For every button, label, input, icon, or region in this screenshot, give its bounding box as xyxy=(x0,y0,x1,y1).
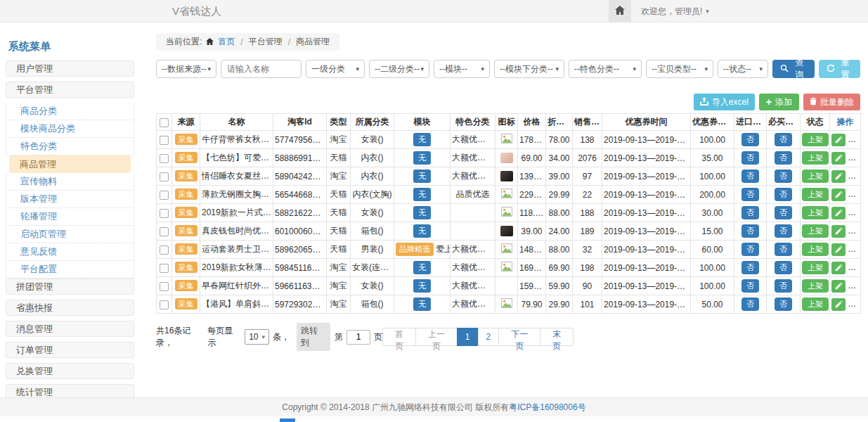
import-select-toggle[interactable]: 否 xyxy=(741,206,759,219)
status-button[interactable]: 上架 xyxy=(802,279,829,293)
module-subcategory-select[interactable]: --模块下分类--▾ xyxy=(494,60,564,78)
import-select-toggle[interactable]: 否 xyxy=(741,170,759,183)
sidebar-group-item-用户管理[interactable]: 用户管理 xyxy=(6,60,134,77)
import-excel-button[interactable]: 导入excel xyxy=(694,94,755,110)
import-select-toggle[interactable]: 否 xyxy=(741,133,759,146)
must-buy-toggle[interactable]: 否 xyxy=(775,206,792,219)
status-button[interactable]: 上架 xyxy=(802,298,829,311)
status-button[interactable]: 上架 xyxy=(802,170,829,183)
batch-delete-button[interactable]: 批量删除 xyxy=(803,94,860,110)
must-buy-toggle[interactable]: 否 xyxy=(775,133,792,146)
import-select-toggle[interactable]: 否 xyxy=(741,224,759,238)
must-buy-toggle[interactable]: 否 xyxy=(775,261,792,274)
row-checkbox[interactable] xyxy=(160,264,169,273)
row-checkbox[interactable] xyxy=(160,227,169,236)
edit-button[interactable] xyxy=(831,134,846,146)
status-button[interactable]: 上架 xyxy=(802,151,829,165)
sidebar-group-item-省惠快报[interactable]: 省惠快报 xyxy=(6,300,134,316)
reset-button[interactable]: 重置 xyxy=(819,60,861,78)
must-buy-toggle[interactable]: 否 xyxy=(775,170,792,183)
status-button[interactable]: 上架 xyxy=(802,224,829,238)
status-button[interactable]: 上架 xyxy=(802,133,829,146)
select-all-checkbox[interactable] xyxy=(160,118,169,127)
import-select-toggle[interactable]: 否 xyxy=(741,243,759,256)
edit-button[interactable] xyxy=(831,170,846,183)
user-menu[interactable]: 欢迎您，管理员! ▾ xyxy=(641,6,709,18)
sidebar-sub-item-商品分类[interactable]: 商品分类 xyxy=(6,103,134,120)
import-select-toggle[interactable]: 否 xyxy=(741,261,759,274)
feature-category-select[interactable]: --特色分类--▾ xyxy=(569,60,642,78)
status-button[interactable]: 上架 xyxy=(802,188,829,201)
status-button[interactable]: 上架 xyxy=(802,206,829,219)
page-1-button[interactable]: 1 xyxy=(457,328,479,346)
sidebar-sub-item-active-商品管理[interactable]: 商品管理 xyxy=(9,155,131,173)
name-input[interactable] xyxy=(221,60,302,78)
status-button[interactable]: 上架 xyxy=(802,261,829,274)
row-checkbox[interactable] xyxy=(160,191,169,200)
row-checkbox[interactable] xyxy=(160,136,169,145)
page-last-button[interactable]: 末页 xyxy=(540,328,574,346)
row-checkbox[interactable] xyxy=(160,154,169,163)
row-checkbox[interactable] xyxy=(160,209,169,218)
edit-button[interactable] xyxy=(831,280,846,293)
sidebar-sub-item-意见反馈[interactable]: 意见反馈 xyxy=(6,243,134,261)
level2-category-select[interactable]: --二级分类--▾ xyxy=(369,60,429,78)
import-select-toggle[interactable]: 否 xyxy=(741,298,759,311)
row-checkbox[interactable] xyxy=(160,282,169,291)
page-next-button[interactable]: 下一页 xyxy=(498,328,540,346)
import-select-toggle[interactable]: 否 xyxy=(741,279,759,293)
add-button[interactable]: + 添加 xyxy=(759,94,799,110)
must-buy-toggle[interactable]: 否 xyxy=(775,188,792,201)
edit-button[interactable] xyxy=(831,243,846,256)
per-page-select[interactable]: 10 ▾ xyxy=(245,329,269,345)
page-2-button[interactable]: 2 xyxy=(478,328,500,346)
data-source-select[interactable]: --数据来源--▾ xyxy=(156,60,216,78)
sidebar-group-item-拼团管理[interactable]: 拼团管理 xyxy=(6,279,134,295)
page-first-button[interactable]: 首页 xyxy=(382,328,416,346)
status-button[interactable]: 上架 xyxy=(802,243,829,256)
sidebar-sub-item-版本管理[interactable]: 版本管理 xyxy=(6,191,134,208)
icp-link[interactable]: 粤ICP备16098006号 xyxy=(509,402,585,412)
sidebar-group-item-兑换管理[interactable]: 兑换管理 xyxy=(6,363,134,379)
edit-button[interactable] xyxy=(831,152,846,165)
page-number-input[interactable] xyxy=(346,330,370,345)
sidebar-sub-item-宣传物料[interactable]: 宣传物料 xyxy=(6,173,134,191)
edit-button[interactable] xyxy=(831,188,846,201)
row-checkbox[interactable] xyxy=(160,245,169,255)
cell-category: 内衣(文胸) xyxy=(351,186,394,204)
status-select[interactable]: --状态--▾ xyxy=(718,60,768,78)
sidebar-sub-item-轮播管理[interactable]: 轮播管理 xyxy=(6,208,134,226)
home-button[interactable] xyxy=(609,0,631,23)
jump-to-button[interactable]: 跳转到 xyxy=(297,323,330,351)
sidebar-sub-item-平台配置[interactable]: 平台配置 xyxy=(6,261,134,279)
cell-category: 女装() xyxy=(351,204,394,222)
row-checkbox[interactable] xyxy=(160,300,169,309)
must-buy-toggle[interactable]: 否 xyxy=(775,298,792,311)
row-checkbox[interactable] xyxy=(160,172,169,181)
edit-button[interactable] xyxy=(831,207,846,219)
import-select-toggle[interactable]: 否 xyxy=(741,188,759,201)
must-buy-toggle[interactable]: 否 xyxy=(775,151,792,165)
edit-button[interactable] xyxy=(831,225,846,238)
import-select-toggle[interactable]: 否 xyxy=(741,151,759,165)
sidebar-sub-item-模块商品分类[interactable]: 模块商品分类 xyxy=(6,120,134,138)
must-buy-toggle[interactable]: 否 xyxy=(775,224,792,238)
module-subcategory-select-value: --模块下分类-- xyxy=(500,63,553,75)
sidebar-sub-item-特色分类[interactable]: 特色分类 xyxy=(6,138,134,155)
level1-category-select[interactable]: 一级分类▾ xyxy=(306,60,365,78)
page-prev-button[interactable]: 上一页 xyxy=(415,328,458,346)
must-buy-toggle[interactable]: 否 xyxy=(775,243,792,256)
sidebar-sub-item-启动页管理[interactable]: 启动页管理 xyxy=(6,226,134,243)
sidebar-group-item-消息管理[interactable]: 消息管理 xyxy=(6,321,134,337)
sidebar-title: 系统菜单 xyxy=(6,39,134,60)
breadcrumb-home-link[interactable]: 首页 xyxy=(218,36,235,48)
item-type-select[interactable]: --宝贝类型--▾ xyxy=(646,60,713,78)
cell-must-buy: 否 xyxy=(767,204,801,222)
sidebar-group-item-平台管理[interactable]: 平台管理 xyxy=(6,82,134,98)
module-select[interactable]: --模块--▾ xyxy=(434,60,490,78)
sidebar-group-item-订单管理[interactable]: 订单管理 xyxy=(6,342,134,358)
search-button[interactable]: 查询 xyxy=(772,60,815,78)
edit-button[interactable] xyxy=(831,298,846,311)
must-buy-toggle[interactable]: 否 xyxy=(775,279,792,293)
edit-button[interactable] xyxy=(831,262,846,274)
